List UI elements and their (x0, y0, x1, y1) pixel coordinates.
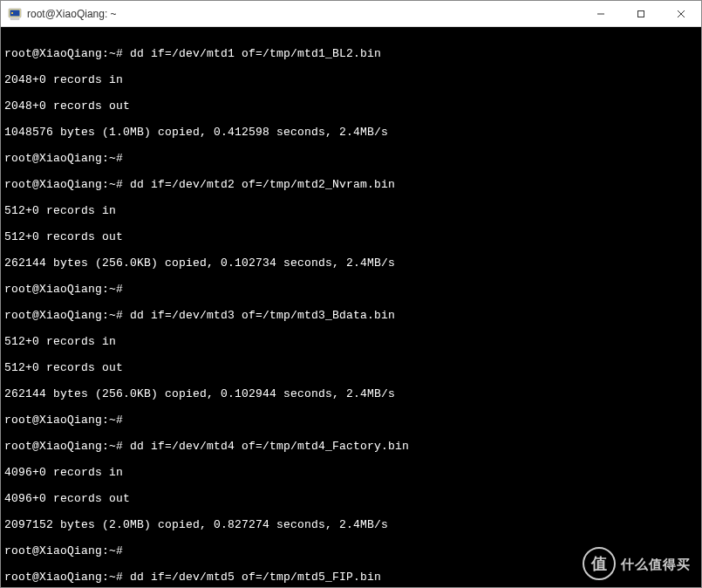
terminal-line: 1048576 bytes (1.0MB) copied, 0.412598 s… (4, 126, 698, 139)
terminal-line: root@XiaoQiang:~# dd if=/dev/mtd4 of=/tm… (4, 440, 698, 453)
terminal-line: root@XiaoQiang:~# (4, 414, 698, 427)
terminal-line: 512+0 records out (4, 230, 698, 243)
putty-icon (8, 7, 22, 21)
window-title: root@XiaoQiang: ~ (27, 8, 581, 20)
watermark-badge: 值 (583, 547, 616, 580)
terminal-line: root@XiaoQiang:~# dd if=/dev/mtd2 of=/tm… (4, 178, 698, 191)
terminal-line: 512+0 records in (4, 335, 698, 348)
window-controls (581, 1, 701, 26)
terminal-body[interactable]: root@XiaoQiang:~# dd if=/dev/mtd1 of=/tm… (1, 27, 701, 587)
svg-rect-1 (10, 10, 20, 16)
terminal-line: root@XiaoQiang:~# (4, 283, 698, 296)
terminal-line: root@XiaoQiang:~# dd if=/dev/mtd1 of=/tm… (4, 47, 698, 60)
close-button[interactable] (661, 1, 701, 26)
terminal-line: 4096+0 records in (4, 466, 698, 479)
terminal-line: 262144 bytes (256.0KB) copied, 0.102944 … (4, 387, 698, 400)
minimize-button[interactable] (581, 1, 621, 26)
titlebar[interactable]: root@XiaoQiang: ~ (1, 1, 701, 27)
terminal-line: 262144 bytes (256.0KB) copied, 0.102734 … (4, 256, 698, 270)
terminal-line: 2048+0 records in (4, 73, 698, 86)
terminal-line: 512+0 records out (4, 361, 698, 374)
svg-rect-2 (10, 18, 19, 20)
svg-rect-4 (638, 10, 644, 17)
terminal-line: 4096+0 records out (4, 492, 698, 505)
maximize-button[interactable] (621, 1, 661, 26)
watermark-text: 什么值得买 (621, 557, 691, 571)
terminal-line: 2097152 bytes (2.0MB) copied, 0.827274 s… (4, 518, 698, 531)
watermark: 值 什么值得买 (583, 547, 691, 580)
terminal-line: 512+0 records in (4, 204, 698, 217)
terminal-line: root@XiaoQiang:~# (4, 152, 698, 165)
terminal-line: 2048+0 records out (4, 99, 698, 113)
terminal-window: root@XiaoQiang: ~ root@XiaoQiang:~# dd i… (0, 0, 702, 588)
terminal-line: root@XiaoQiang:~# dd if=/dev/mtd3 of=/tm… (4, 309, 698, 322)
